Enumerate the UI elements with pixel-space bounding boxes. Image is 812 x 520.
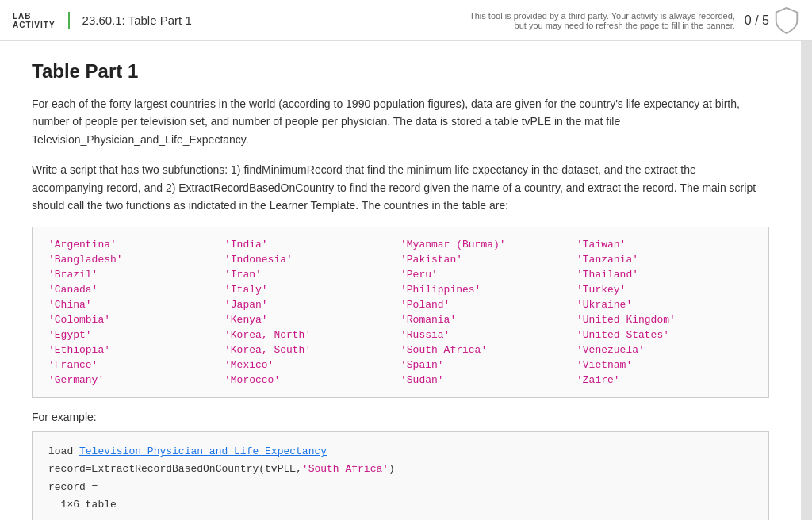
for-example-label: For example: (32, 411, 769, 423)
country-item: 'Kenya' (224, 314, 400, 326)
country-item: 'Ethiopia' (48, 344, 224, 356)
country-item: 'Egypt' (48, 329, 224, 341)
country-item: 'United Kingdom' (576, 314, 753, 326)
country-item: 'Sudan' (400, 374, 576, 386)
country-item: 'Peru' (400, 269, 576, 281)
country-item: 'Poland' (400, 299, 576, 311)
page-title: Table Part 1 (32, 60, 769, 82)
code-line-2: record=ExtractRecordBasedOnCountry(tvPLE… (48, 461, 753, 478)
score-badge: 0 / 5 (745, 6, 799, 35)
code-record-equals: record = (48, 481, 98, 493)
country-item: 'South Africa' (400, 344, 576, 356)
country-item: 'Bangladesh' (48, 254, 224, 266)
country-item: 'Indonesia' (224, 254, 400, 266)
country-item: 'Tanzania' (576, 254, 753, 266)
country-item: 'Romania' (400, 314, 576, 326)
country-item: 'Mexico' (224, 359, 400, 371)
country-item: 'Korea, North' (224, 329, 400, 341)
lab-activity-badge: LAB ACTIVITY (13, 12, 70, 29)
country-item: 'Vietnam' (576, 359, 753, 371)
country-item: 'Spain' (400, 359, 576, 371)
score-text: 0 / 5 (745, 13, 769, 28)
paragraph-2: Write a script that has two subfunctions… (32, 161, 769, 214)
country-item: 'Morocco' (224, 374, 400, 386)
code-line-1: load Television_Physician_and_Life_Expec… (48, 443, 753, 461)
main-layout: Table Part 1 For each of the forty large… (0, 41, 812, 520)
country-item: 'Japan' (224, 299, 400, 311)
shield-icon (774, 6, 799, 35)
scrollbar-track[interactable] (801, 41, 812, 520)
country-item: 'Ukraine' (576, 299, 753, 311)
country-item: 'Turkey' (576, 284, 753, 296)
code-line-2-prefix: record=ExtractRecordBasedOnCountry(tvPLE… (48, 463, 302, 475)
load-file-link[interactable]: Television_Physician_and_Life_Expectancy (79, 445, 327, 457)
country-item: 'Myanmar (Burma)' (400, 239, 576, 250)
activity-label: ACTIVITY (13, 21, 56, 29)
country-item: 'India' (224, 239, 400, 250)
table-size-label: 1×6 table (61, 499, 117, 510)
content-area[interactable]: Table Part 1 For each of the forty large… (0, 41, 801, 520)
country-item: 'Colombia' (48, 314, 224, 326)
country-item: 'Venezuela' (576, 344, 753, 356)
country-item: 'Iran' (224, 269, 400, 281)
table-size-line: 1×6 table (48, 496, 753, 514)
code-str-south-africa: 'South Africa' (302, 463, 389, 475)
load-keyword: load (48, 445, 79, 457)
paragraph-1: For each of the forty largest countries … (32, 95, 769, 148)
country-item: 'United States' (576, 329, 753, 341)
country-item: 'Russia' (400, 329, 576, 341)
lab-label: LAB (13, 12, 32, 21)
country-item: 'Thailand' (576, 269, 753, 281)
header-info-text: This tool is provided by a third party. … (469, 11, 735, 30)
header-info: This tool is provided by a third party. … (465, 11, 735, 30)
header-right: This tool is provided by a third party. … (465, 6, 799, 35)
country-item: 'Philippines' (400, 284, 576, 296)
country-item: 'China' (48, 299, 224, 311)
code-box: load Television_Physician_and_Life_Expec… (32, 431, 769, 520)
country-item: 'Zaire' (576, 374, 753, 386)
country-item: 'France' (48, 359, 224, 371)
country-item: 'Pakistan' (400, 254, 576, 266)
header: LAB ACTIVITY 23.60.1: Table Part 1 This … (0, 0, 812, 41)
country-item: 'Germany' (48, 374, 224, 386)
country-item: 'Brazil' (48, 269, 224, 281)
country-item: 'Italy' (224, 284, 400, 296)
country-grid: 'Argentina''India''Myanmar (Burma)''Taiw… (48, 239, 753, 386)
code-line-2-suffix: ) (389, 463, 395, 475)
country-item: 'Korea, South' (224, 344, 400, 356)
country-item: 'Canada' (48, 284, 224, 296)
country-item: 'Argentina' (48, 239, 224, 250)
countries-box: 'Argentina''India''Myanmar (Burma)''Taiw… (32, 227, 769, 398)
country-item: 'Taiwan' (576, 239, 753, 250)
header-title: 23.60.1: Table Part 1 (82, 13, 465, 27)
code-line-3: record = (48, 479, 753, 496)
